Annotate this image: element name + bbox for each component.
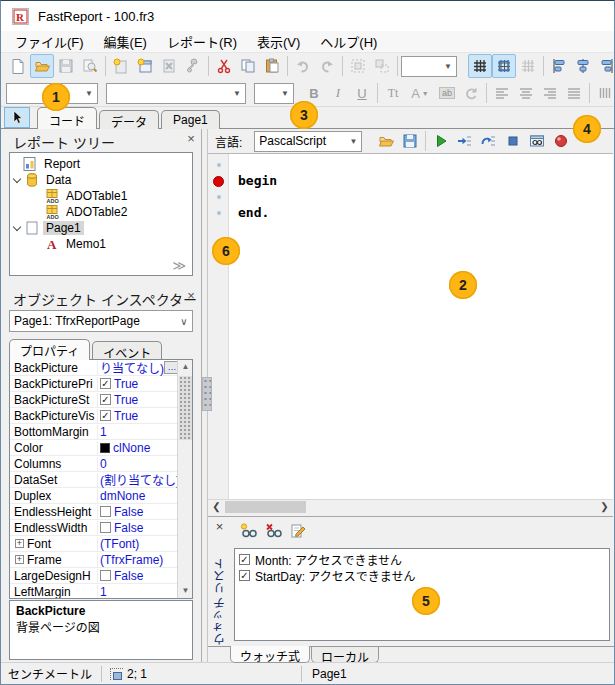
tree-expand-toggle[interactable] (10, 227, 24, 230)
checkbox-checked-icon[interactable]: ✓ (100, 394, 111, 405)
cut-button[interactable] (212, 54, 236, 78)
property-row-columns[interactable]: Columns 0 (10, 456, 177, 472)
copy-button[interactable] (236, 54, 260, 78)
paste-button[interactable] (260, 54, 284, 78)
property-row-endlessheight[interactable]: EndlessHeight False (10, 504, 177, 520)
menu-report[interactable]: レポート(R) (157, 30, 247, 53)
save-report-button[interactable] (54, 54, 78, 78)
report-tree-close-icon[interactable]: × (184, 133, 198, 147)
evaluate-button[interactable] (525, 129, 549, 153)
text-align-center-button[interactable] (514, 81, 538, 105)
align-right-edges-button[interactable] (595, 54, 615, 78)
watch-close-icon[interactable]: × (212, 520, 227, 535)
tab-properties[interactable]: プロパティ (9, 339, 90, 360)
scroll-down-icon[interactable]: ▼ (178, 584, 193, 598)
scrollbar-thumb[interactable] (179, 376, 192, 440)
breakpoint-icon[interactable] (208, 173, 229, 189)
new-page-button[interactable] (109, 54, 133, 78)
font-color-button[interactable]: A▼ (405, 81, 435, 105)
tab-code[interactable]: コード (37, 107, 97, 129)
property-row-dataset[interactable]: DataSet (割り当てなし) (10, 472, 177, 488)
checkbox-unchecked-icon[interactable] (100, 570, 111, 581)
new-report-button[interactable] (6, 54, 30, 78)
watch-item-startday[interactable]: ✓ StartDay: アクセスできません (235, 567, 609, 583)
font-name-combobox[interactable]: ▼ (106, 83, 246, 104)
tab-locals[interactable]: ローカル (311, 647, 379, 663)
zoom-combobox[interactable]: ▼ (401, 56, 457, 77)
scrollbar-thumb[interactable] (225, 501, 306, 513)
text-justify-button[interactable] (562, 81, 586, 105)
editor-horizontal-scrollbar[interactable]: ❮ ❯ (208, 499, 613, 514)
menu-file[interactable]: ファイル(F) (5, 30, 94, 53)
toggle-breakpoint-button[interactable] (549, 129, 573, 153)
vertical-text-button[interactable] (593, 81, 615, 105)
show-grid-button[interactable] (468, 54, 492, 78)
tree-more-button[interactable]: ≫ (172, 258, 186, 273)
scroll-up-icon[interactable]: ▲ (178, 360, 193, 374)
open-report-button[interactable] (30, 54, 54, 78)
redo-button[interactable] (315, 54, 339, 78)
open-script-button[interactable] (374, 129, 398, 153)
text-align-right-button[interactable] (538, 81, 562, 105)
run-script-button[interactable] (429, 129, 453, 153)
property-row-frame[interactable]: +Frame (TfrxFrame) (10, 552, 177, 568)
scroll-right-icon[interactable]: ❯ (596, 500, 613, 514)
tree-item-adotable2[interactable]: ADO ADOTable2 (10, 204, 192, 220)
tab-page1[interactable]: Page1 (161, 110, 220, 129)
code-editor[interactable]: begin end. (208, 153, 613, 499)
step-over-button[interactable] (477, 129, 501, 153)
splitter-grip[interactable] (202, 377, 212, 411)
property-row-backpictureprint[interactable]: BackPicturePri ✓True (10, 376, 177, 392)
align-left-edges-button[interactable] (547, 54, 571, 78)
delete-watch-button[interactable] (264, 521, 284, 541)
property-row-leftmargin[interactable]: LeftMargin 1 (10, 584, 177, 598)
edit-watch-button[interactable] (289, 521, 309, 541)
checkbox-unchecked-icon[interactable] (100, 506, 111, 517)
checkbox-checked-icon[interactable]: ✓ (100, 410, 111, 421)
tree-expand-toggle[interactable] (10, 179, 24, 182)
page-settings-button[interactable] (181, 54, 205, 78)
align-horizontal-centers-button[interactable] (571, 54, 595, 78)
group-button[interactable] (346, 54, 370, 78)
fit-to-grid-button[interactable] (516, 54, 540, 78)
inspector-object-combobox[interactable]: Page1: TfrxReportPage ∨ (9, 310, 193, 332)
font-size-combobox[interactable]: ▼ (254, 83, 294, 104)
inspector-close-icon[interactable]: × (184, 290, 198, 304)
menu-edit[interactable]: 編集(E) (94, 30, 157, 53)
watch-item-month[interactable]: ✓ Month: アクセスできません (235, 551, 609, 567)
step-into-button[interactable] (453, 129, 477, 153)
underline-button[interactable]: U (350, 81, 374, 105)
menu-help[interactable]: ヘルプ(H) (310, 30, 387, 53)
code-line-2[interactable]: begin (238, 173, 277, 189)
text-align-left-button[interactable] (490, 81, 514, 105)
tree-item-data[interactable]: Data (10, 172, 192, 188)
add-watch-button[interactable] (239, 521, 259, 541)
save-script-button[interactable] (398, 129, 422, 153)
stop-script-button[interactable] (501, 129, 525, 153)
tree-item-adotable1[interactable]: ADO ADOTable1 (10, 188, 192, 204)
property-row-endlesswidth[interactable]: EndlessWidth False (10, 520, 177, 536)
expand-plus-icon[interactable]: + (15, 539, 24, 548)
ungroup-button[interactable] (370, 54, 394, 78)
checkbox-checked-icon[interactable]: ✓ (100, 378, 111, 389)
property-row-font[interactable]: +Font (TFont) (10, 536, 177, 552)
code-line-4[interactable]: end. (238, 205, 269, 221)
scroll-left-icon[interactable]: ❮ (208, 500, 225, 514)
new-dialog-button[interactable] (133, 54, 157, 78)
tree-item-report[interactable]: Report (10, 156, 192, 172)
object-pointer-button[interactable] (4, 107, 30, 128)
checkbox-checked-icon[interactable]: ✓ (239, 554, 250, 565)
property-row-largedesignheight[interactable]: LargeDesignH False (10, 568, 177, 584)
watch-panel-vertical-tab[interactable]: ウォッチ リスト (210, 545, 230, 645)
property-row-color[interactable]: Color clNone (10, 440, 177, 456)
align-to-grid-button[interactable] (492, 54, 516, 78)
undo-button[interactable] (291, 54, 315, 78)
highlight-button[interactable]: ab (435, 81, 459, 105)
checkbox-unchecked-icon[interactable] (100, 522, 111, 533)
language-combobox[interactable]: PascalScript ▼ (254, 131, 362, 152)
code-gutter[interactable] (208, 154, 229, 499)
font-settings-button[interactable]: Tt (381, 81, 405, 105)
ellipsis-button[interactable]: … (164, 361, 177, 374)
delete-page-button[interactable] (157, 54, 181, 78)
text-rotation-button[interactable] (459, 81, 483, 105)
